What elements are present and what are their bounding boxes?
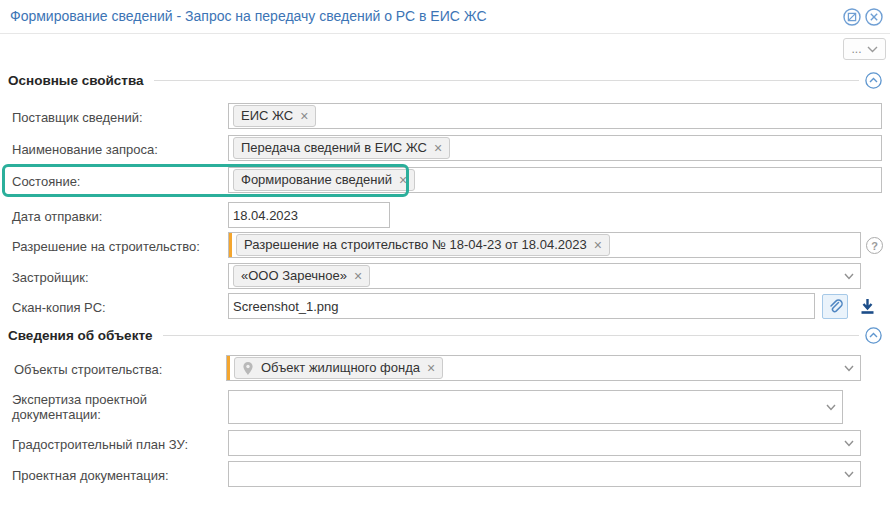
scan-value: Screenshot_1.png <box>233 299 339 314</box>
remove-tag-icon[interactable]: × <box>399 174 407 186</box>
remove-tag-icon[interactable]: × <box>594 239 602 251</box>
objects-label: Объекты строительства: <box>14 362 219 377</box>
chevron-down-icon[interactable] <box>842 269 856 283</box>
chevron-down-icon[interactable] <box>842 361 856 375</box>
section-title: Основные свойства <box>8 73 144 88</box>
state-field[interactable]: Формирование сведений × <box>228 167 882 193</box>
permit-chip: Разрешение на строительство № 18-04-23 о… <box>236 234 610 256</box>
request-chip-text: Передача сведений в ЕИС ЖС <box>241 140 427 156</box>
collapse-section-icon[interactable] <box>865 327 882 344</box>
remove-tag-icon[interactable]: × <box>354 270 362 282</box>
more-actions-label: ... <box>851 42 861 56</box>
download-icon <box>858 297 877 316</box>
remove-tag-icon[interactable]: × <box>300 110 308 122</box>
section-title: Сведения об объекте <box>8 328 153 343</box>
chevron-down-icon[interactable] <box>842 436 856 450</box>
chevron-down-icon <box>867 46 878 53</box>
proj-docs-dropdown[interactable] <box>228 461 861 487</box>
section-object-info: Сведения об объекте <box>8 327 882 344</box>
section-divider <box>154 80 859 81</box>
download-button[interactable] <box>855 294 880 319</box>
send-date-value: 18.04.2023 <box>233 208 298 223</box>
chevron-down-icon[interactable] <box>842 467 856 481</box>
remove-tag-icon[interactable]: × <box>427 362 435 374</box>
remove-tag-icon[interactable]: × <box>434 142 442 154</box>
required-marker <box>229 233 232 257</box>
developer-chip-text: «ООО Заречное» <box>241 268 347 284</box>
expertise-label: Экспертиза проектной документации: <box>12 392 217 422</box>
urban-plan-label: Градостроительный план ЗУ: <box>12 437 217 452</box>
request-chip: Передача сведений в ЕИС ЖС × <box>233 137 450 159</box>
more-actions-button[interactable]: ... <box>843 38 886 60</box>
paperclip-icon <box>827 298 844 315</box>
objects-chip: Объект жилищного фонда × <box>234 357 443 379</box>
supplier-chip: ЕИС ЖС × <box>233 105 316 127</box>
urban-plan-dropdown[interactable] <box>228 430 861 456</box>
section-divider <box>163 335 859 336</box>
request-label: Наименование запроса: <box>12 142 217 157</box>
proj-docs-label: Проектная документация: <box>12 468 217 483</box>
state-label: Состояние: <box>12 174 217 189</box>
required-marker <box>227 356 230 380</box>
section-main-properties: Основные свойства <box>8 72 882 89</box>
send-date-label: Дата отправки: <box>12 209 217 224</box>
supplier-label: Поставщик сведений: <box>12 110 217 125</box>
developer-label: Застройщик: <box>12 270 217 285</box>
scan-input[interactable]: Screenshot_1.png <box>228 293 815 319</box>
state-chip: Формирование сведений × <box>233 169 415 191</box>
help-icon[interactable]: ? <box>866 237 883 254</box>
objects-field[interactable]: Объект жилищного фонда × <box>226 355 861 381</box>
window-titlebar: Формирование сведений - Запрос на переда… <box>0 0 890 34</box>
developer-chip: «ООО Заречное» × <box>233 265 370 287</box>
permit-field[interactable]: Разрешение на строительство № 18-04-23 о… <box>228 232 861 258</box>
permit-chip-text: Разрешение на строительство № 18-04-23 о… <box>244 237 587 253</box>
location-pin-icon <box>242 361 254 376</box>
permit-label: Разрешение на строительство: <box>12 239 217 254</box>
state-chip-text: Формирование сведений <box>241 172 392 188</box>
send-date-input[interactable]: 18.04.2023 <box>228 202 390 228</box>
expertise-dropdown[interactable] <box>228 390 843 424</box>
scan-label: Скан-копия РС: <box>12 300 217 315</box>
close-icon[interactable] <box>865 8 883 26</box>
chevron-down-icon[interactable] <box>824 400 838 414</box>
page-title: Формирование сведений - Запрос на переда… <box>10 0 487 33</box>
collapse-section-icon[interactable] <box>865 72 882 89</box>
attach-file-button[interactable] <box>822 294 848 319</box>
developer-field[interactable]: «ООО Заречное» × <box>228 263 861 289</box>
supplier-field[interactable]: ЕИС ЖС × <box>228 103 882 129</box>
supplier-chip-text: ЕИС ЖС <box>241 108 293 124</box>
discussions-icon[interactable] <box>843 8 861 26</box>
request-field[interactable]: Передача сведений в ЕИС ЖС × <box>228 135 882 161</box>
objects-chip-text: Объект жилищного фонда <box>261 360 420 376</box>
